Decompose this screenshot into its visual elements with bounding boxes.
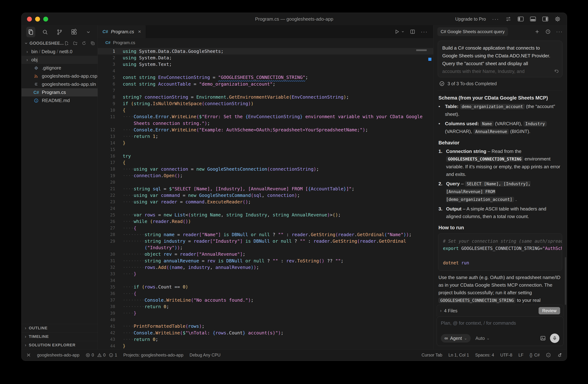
close-window-button[interactable]	[27, 17, 32, 21]
chevron-down-icon[interactable]	[84, 27, 93, 37]
extensions-icon[interactable]	[69, 27, 79, 37]
code-line[interactable]: 21····string sql = $"SELECT [Name], [Ind…	[98, 185, 433, 192]
code-line[interactable]: Sheets connection string.");	[98, 120, 433, 126]
toggle-left-panel-icon[interactable]	[518, 16, 524, 22]
sync-arrows-icon[interactable]	[505, 17, 511, 21]
cursor-position-status-item[interactable]: Ln 1, Col 1	[448, 353, 469, 358]
code-line[interactable]: 30········object rev = reader["AnnualRev…	[98, 251, 433, 258]
review-button[interactable]: Review	[539, 307, 560, 314]
tree-folder-bin[interactable]: › bin / Debug / net8.0	[21, 48, 98, 56]
more-actions-icon[interactable]: ···	[556, 29, 563, 35]
tree-file-readme[interactable]: README.md	[21, 97, 98, 105]
attach-image-icon[interactable]	[540, 335, 546, 341]
code-line[interactable]: 23····using var reader = command.Execute…	[98, 199, 433, 205]
tree-file-csproj[interactable]: googlesheets-ado-app.csproj	[21, 72, 98, 80]
indentation-status-item[interactable]: Spaces: 4	[475, 353, 494, 358]
code-line[interactable]: 9if (string.IsNullOrWhiteSpace(connectio…	[98, 101, 433, 107]
code-line[interactable]: 15	[98, 146, 433, 153]
code-line[interactable]: 36····{	[98, 290, 433, 297]
code-line[interactable]: 20	[98, 179, 433, 185]
code-line[interactable]: 32········rows.Add((name, industry, annu…	[98, 264, 433, 271]
code-line[interactable]: 12····Console.Error.WriteLine("Example: …	[98, 126, 433, 133]
refresh-icon[interactable]	[82, 41, 86, 46]
code-line[interactable]: 8string? connectionString = Environment.…	[98, 94, 433, 100]
close-icon[interactable]: ×	[138, 29, 141, 35]
code-line[interactable]: 3using System.Text;	[98, 61, 433, 67]
user-message-card[interactable]: Build a C# console application that conn…	[438, 41, 563, 77]
code-line[interactable]: 24	[98, 205, 433, 212]
notifications-bell-icon[interactable]	[557, 352, 562, 358]
new-folder-icon[interactable]	[73, 41, 78, 46]
code-line[interactable]: 10{	[98, 107, 433, 113]
more-actions-icon[interactable]: ···	[421, 29, 428, 35]
code-line[interactable]: ("Industry"));	[98, 244, 433, 251]
tree-folder-obj[interactable]: › obj	[21, 56, 98, 64]
csharp-extension-icon[interactable]: c#	[546, 352, 551, 358]
code-line[interactable]: 7	[98, 87, 433, 94]
code-line[interactable]: 1using System.Data.CData.GoogleSheets;	[98, 48, 433, 55]
workspace-status-item[interactable]: googlesheets-ado-app	[37, 353, 80, 358]
code-line[interactable]: 13····return 1;	[98, 133, 433, 140]
chat-scrollbar[interactable]	[565, 257, 566, 305]
timeline-section[interactable]: › TIMELINE	[21, 332, 98, 341]
source-control-icon[interactable]	[55, 27, 64, 37]
toggle-bottom-panel-icon[interactable]	[530, 16, 536, 22]
todos-summary[interactable]: 3 of 3 To-dos Completed	[438, 77, 563, 90]
problems-status-item[interactable]: 0 0 1	[86, 353, 117, 358]
code-line[interactable]: 42····Console.WriteLine($"\nTotal: {rows…	[98, 329, 433, 336]
code-line[interactable]: 14}	[98, 140, 433, 146]
projects-status-item[interactable]: Projects: googlesheets-ado-app	[123, 353, 183, 358]
new-chat-icon[interactable]	[534, 29, 540, 34]
tree-file-sln[interactable]: googlesheets-ado-app.sln	[21, 80, 98, 88]
changed-files-bar[interactable]: › 4 Files Review	[437, 305, 564, 317]
code-line[interactable]: 44}	[98, 343, 433, 349]
maximize-window-button[interactable]	[43, 17, 48, 21]
code-line[interactable]: 38········return 0;	[98, 303, 433, 310]
run-button[interactable]	[394, 29, 404, 34]
tab-program-cs[interactable]: C# Program.cs ×	[98, 25, 146, 38]
code-line[interactable]: 43····return 0;	[98, 336, 433, 343]
code-line[interactable]: 18····using var connection = new GoogleS…	[98, 166, 433, 172]
cursor-tab-status-item[interactable]: Cursor Tab	[422, 353, 442, 358]
code-line[interactable]: 31········string annualRevenue = rev is …	[98, 258, 433, 264]
remote-indicator-icon[interactable]	[26, 353, 31, 357]
code-line[interactable]: 29········string industry = reader["Indu…	[98, 238, 433, 244]
code-line[interactable]: 40	[98, 317, 433, 323]
toggle-right-panel-icon[interactable]	[542, 16, 548, 22]
code-line[interactable]: 39····}	[98, 310, 433, 317]
more-actions-icon[interactable]: ···	[492, 16, 499, 22]
code-line[interactable]: 6const string AccountTable = "demo_organ…	[98, 81, 433, 87]
code-editor[interactable]: 1using System.Data.CData.GoogleSheets;2u…	[98, 47, 433, 349]
code-line[interactable]: 5const string EnvConnectionString = "GOO…	[98, 74, 433, 81]
tree-file-program-cs[interactable]: C# Program.cs	[21, 88, 98, 97]
solution-explorer-section[interactable]: › SOLUTION EXPLORER	[21, 341, 98, 349]
chat-messages[interactable]: Build a C# console application that conn…	[433, 38, 567, 305]
code-line[interactable]: 28········string name = reader["Name"] i…	[98, 231, 433, 238]
eol-status-item[interactable]: LF	[519, 353, 523, 358]
new-file-icon[interactable]	[64, 41, 69, 46]
shell-code-block[interactable]: # Set your connection string (same auth/…	[438, 233, 562, 271]
language-mode-status-item[interactable]: {} C#	[529, 353, 540, 358]
breadcrumb[interactable]: C# Program.cs	[98, 38, 433, 47]
upgrade-to-pro-button[interactable]: Upgrade to Pro	[455, 17, 486, 22]
code-line[interactable]: 41····PrintFormattedTable(rows);	[98, 323, 433, 329]
outline-section[interactable]: › OUTLINE	[21, 324, 98, 332]
code-line[interactable]: 19····connection.Open();	[98, 172, 433, 179]
code-line[interactable]: 16try	[98, 153, 433, 159]
history-clock-icon[interactable]	[545, 29, 551, 34]
code-line[interactable]: 2using System.Data;	[98, 55, 433, 61]
code-line[interactable]: 37········Console.WriteLine("No accounts…	[98, 297, 433, 303]
code-line[interactable]: 34	[98, 277, 433, 284]
code-line[interactable]: 4	[98, 68, 433, 74]
agent-mode-selector[interactable]: ∞ Agent ⌄	[441, 334, 471, 343]
code-line[interactable]: 33····}	[98, 271, 433, 277]
code-line[interactable]: 35····if (rows.Count == 0)	[98, 284, 433, 290]
explorer-icon[interactable]	[26, 27, 35, 37]
code-line[interactable]: 26····while (reader.Read())	[98, 218, 433, 225]
code-line[interactable]: 22····using var command = new GoogleShee…	[98, 192, 433, 199]
restore-checkpoint-icon[interactable]	[554, 69, 559, 75]
tree-file-gitignore[interactable]: .gitignore	[21, 64, 98, 72]
build-config-status-item[interactable]: Debug Any CPU	[189, 353, 220, 358]
encoding-status-item[interactable]: UTF-8	[500, 353, 512, 358]
code-line[interactable]: 17{	[98, 159, 433, 166]
